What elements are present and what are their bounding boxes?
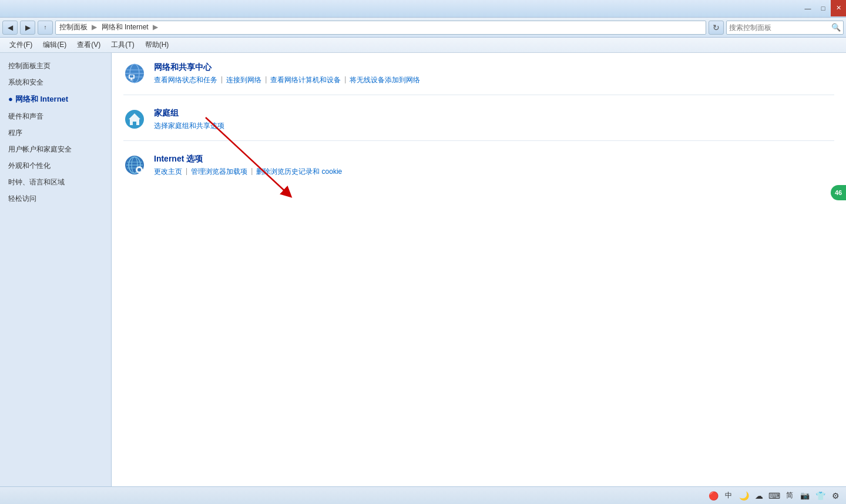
sidebar: 控制面板主页 系统和安全 ●网络和 Internet 硬件和声音 程序 用户帐户…	[0, 53, 112, 486]
svg-point-19	[137, 168, 141, 172]
section-internet-options-body: Internet 选项 更改主页 | 管理浏览器加载项 | 删除浏览历史记录和 …	[154, 154, 834, 177]
sidebar-item-clock[interactable]: 时钟、语言和区域	[0, 174, 111, 190]
section-internet-options-links: 更改主页 | 管理浏览器加载项 | 删除浏览历史记录和 cookie	[154, 167, 834, 177]
back-button[interactable]: ◀	[2, 21, 18, 35]
svg-rect-8	[131, 79, 132, 80]
tray-icon-moon[interactable]: 🌙	[738, 490, 750, 502]
section-network-sharing-links: 查看网络状态和任务 | 连接到网络 | 查看网络计算机和设备 | 将无线设备添加…	[154, 75, 834, 85]
network-icon-svg	[124, 63, 145, 84]
path-text: 控制面板 ▶ 网络和 Internet ▶	[59, 22, 160, 32]
section-internet-options-title[interactable]: Internet 选项	[154, 154, 834, 164]
svg-rect-9	[130, 80, 133, 80]
title-bar: — □ ✕	[0, 0, 846, 18]
status-bar: 🔴 中 🌙 ☁ ⌨ 简 📷 👕 ⚙	[0, 486, 846, 504]
notification-badge[interactable]: 46	[831, 185, 846, 200]
link-delete-history[interactable]: 删除浏览历史记录和 cookie	[256, 167, 342, 177]
internet-options-icon-svg	[124, 154, 145, 176]
homegroup-icon-svg	[124, 109, 145, 130]
sidebar-item-system[interactable]: 系统和安全	[0, 74, 111, 90]
window-controls: — □ ✕	[800, 0, 846, 18]
sidebar-item-accessibility[interactable]: 轻松访问	[0, 190, 111, 207]
menu-tools[interactable]: 工具(T)	[106, 39, 139, 51]
tray-icon-camera[interactable]: 📷	[799, 490, 811, 502]
section-network-sharing: 网络和共享中心 查看网络状态和任务 | 连接到网络 | 查看网络计算机和设备 |…	[123, 62, 834, 95]
section-homegroup-links: 选择家庭组和共享选项	[154, 121, 834, 131]
section-homegroup-title[interactable]: 家庭组	[154, 108, 834, 119]
tray-icon-ime-zh[interactable]: 中	[723, 490, 734, 502]
link-manage-addons[interactable]: 管理浏览器加载项	[191, 167, 247, 177]
network-sharing-icon	[123, 62, 146, 85]
link-view-network-status[interactable]: 查看网络状态和任务	[154, 75, 217, 85]
section-homegroup: 家庭组 选择家庭组和共享选项	[123, 108, 834, 141]
link-view-computers[interactable]: 查看网络计算机和设备	[270, 75, 341, 85]
maximize-button[interactable]: □	[815, 0, 831, 16]
close-button[interactable]: ✕	[831, 0, 846, 16]
svg-rect-7	[130, 75, 133, 78]
menu-edit[interactable]: 编辑(E)	[38, 39, 71, 51]
section-homegroup-body: 家庭组 选择家庭组和共享选项	[154, 108, 834, 131]
main-layout: 控制面板主页 系统和安全 ●网络和 Internet 硬件和声音 程序 用户帐户…	[0, 53, 846, 486]
address-bar: ◀ ▶ ↑ 控制面板 ▶ 网络和 Internet ▶ ↻ 🔍	[0, 18, 846, 38]
sidebar-item-home[interactable]: 控制面板主页	[0, 58, 111, 74]
search-input[interactable]	[729, 23, 831, 32]
sidebar-item-users[interactable]: 用户帐户和家庭安全	[0, 141, 111, 157]
menu-bar: 文件(F) 编辑(E) 查看(V) 工具(T) 帮助(H)	[0, 38, 846, 53]
section-internet-options: Internet 选项 更改主页 | 管理浏览器加载项 | 删除浏览历史记录和 …	[123, 154, 834, 186]
homegroup-icon	[123, 108, 146, 130]
sidebar-item-programs[interactable]: 程序	[0, 125, 111, 141]
up-button[interactable]: ↑	[38, 21, 53, 35]
tray-icon-settings[interactable]: ⚙	[830, 490, 841, 502]
menu-file[interactable]: 文件(F)	[5, 39, 37, 51]
minimize-button[interactable]: —	[800, 0, 815, 16]
tray-icon-antivirus[interactable]: 🔴	[707, 490, 719, 502]
svg-rect-21	[139, 172, 140, 173]
refresh-button[interactable]: ↻	[709, 21, 724, 35]
sidebar-item-hardware[interactable]: 硬件和声音	[0, 108, 111, 125]
svg-rect-23	[141, 169, 143, 170]
section-network-sharing-body: 网络和共享中心 查看网络状态和任务 | 连接到网络 | 查看网络计算机和设备 |…	[154, 62, 834, 85]
tray-icon-keyboard[interactable]: ⌨	[768, 490, 780, 502]
forward-button[interactable]: ▶	[20, 21, 35, 35]
search-box[interactable]: 🔍	[726, 21, 844, 35]
sidebar-item-appearance[interactable]: 外观和个性化	[0, 157, 111, 174]
link-connect-network[interactable]: 连接到网络	[226, 75, 261, 85]
sidebar-item-network[interactable]: ●网络和 Internet	[0, 90, 111, 108]
address-path[interactable]: 控制面板 ▶ 网络和 Internet ▶	[55, 21, 706, 35]
svg-rect-20	[139, 166, 140, 168]
svg-rect-22	[136, 169, 137, 170]
section-network-sharing-title[interactable]: 网络和共享中心	[154, 62, 834, 73]
tray-icon-shirt[interactable]: 👕	[814, 490, 826, 502]
tray-icon-cloud[interactable]: ☁	[753, 490, 765, 502]
link-choose-homegroup[interactable]: 选择家庭组和共享选项	[154, 121, 224, 131]
sidebar-bullet: ●	[8, 95, 13, 103]
menu-view[interactable]: 查看(V)	[72, 39, 105, 51]
content-area: 网络和共享中心 查看网络状态和任务 | 连接到网络 | 查看网络计算机和设备 |…	[112, 53, 846, 486]
link-change-homepage[interactable]: 更改主页	[154, 167, 182, 177]
search-icon[interactable]: 🔍	[831, 23, 841, 32]
link-add-wireless[interactable]: 将无线设备添加到网络	[350, 75, 420, 85]
tray-icon-simplified[interactable]: 简	[784, 490, 795, 502]
internet-options-icon	[123, 154, 146, 176]
menu-help[interactable]: 帮助(H)	[140, 39, 174, 51]
